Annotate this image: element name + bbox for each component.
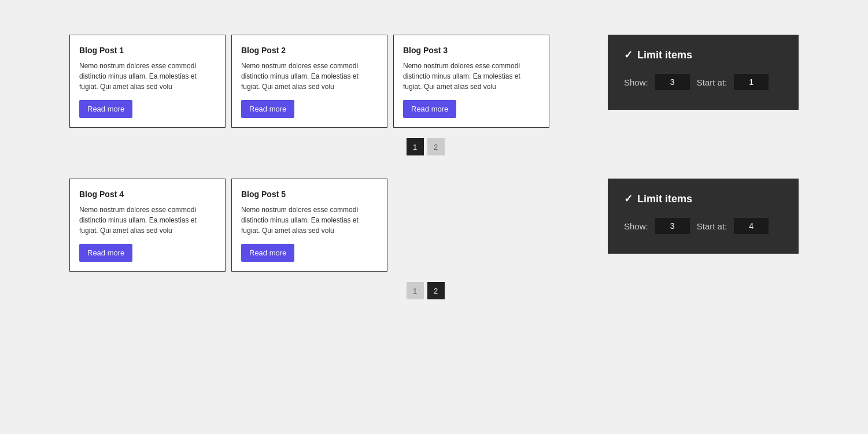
start-label-1: Start at: <box>697 77 727 87</box>
section-1: Blog Post 1 Nemo nostrum dolores esse co… <box>69 35 799 155</box>
read-more-button-1[interactable]: Read more <box>79 100 132 118</box>
blog-card-3-excerpt: Nemo nostrum dolores esse commodi distin… <box>403 61 540 92</box>
cards-area-2: Blog Post 4 Nemo nostrum dolores esse co… <box>69 179 573 272</box>
blog-card-5-title: Blog Post 5 <box>241 190 378 199</box>
blog-card-4: Blog Post 4 Nemo nostrum dolores esse co… <box>69 179 226 272</box>
blog-card-4-title: Blog Post 4 <box>79 190 216 199</box>
blog-card-5-excerpt: Nemo nostrum dolores esse commodi distin… <box>241 205 378 236</box>
blog-card-3: Blog Post 3 Nemo nostrum dolores esse co… <box>393 35 549 128</box>
start-label-2: Start at: <box>697 221 727 231</box>
read-more-button-2[interactable]: Read more <box>241 100 294 118</box>
sidebar-controls-1: Show: Start at: <box>624 74 782 90</box>
page-btn-2-1[interactable]: 1 <box>407 282 424 299</box>
sidebar-panel-2-title: ✓ Limit items <box>624 192 782 205</box>
read-more-button-5[interactable]: Read more <box>241 244 294 262</box>
sidebar-panel-1: ✓ Limit items Show: Start at: <box>608 35 799 110</box>
blog-card-2: Blog Post 2 Nemo nostrum dolores esse co… <box>231 35 387 128</box>
section-1-row: Blog Post 1 Nemo nostrum dolores esse co… <box>69 35 799 128</box>
blog-card-1: Blog Post 1 Nemo nostrum dolores esse co… <box>69 35 226 128</box>
sidebar-panel-2: ✓ Limit items Show: Start at: <box>608 179 799 254</box>
blog-card-1-title: Blog Post 1 <box>79 46 216 55</box>
start-input-1[interactable] <box>734 74 769 90</box>
blog-card-2-title: Blog Post 2 <box>241 46 378 55</box>
page-btn-2-2[interactable]: 2 <box>427 282 445 299</box>
pagination-1: 1 2 <box>52 138 799 155</box>
section-2: Blog Post 4 Nemo nostrum dolores esse co… <box>69 179 799 299</box>
page-wrapper: Blog Post 1 Nemo nostrum dolores esse co… <box>0 0 868 357</box>
show-label-2: Show: <box>624 221 648 231</box>
check-icon-1: ✓ <box>624 49 633 61</box>
show-label-1: Show: <box>624 77 648 87</box>
check-icon-2: ✓ <box>624 192 633 205</box>
section-2-row: Blog Post 4 Nemo nostrum dolores esse co… <box>69 179 799 272</box>
cards-area-1: Blog Post 1 Nemo nostrum dolores esse co… <box>69 35 573 128</box>
blog-card-3-title: Blog Post 3 <box>403 46 540 55</box>
sidebar-controls-2: Show: Start at: <box>624 218 782 234</box>
show-input-1[interactable] <box>655 74 690 90</box>
read-more-button-4[interactable]: Read more <box>79 244 132 262</box>
pagination-2: 1 2 <box>52 282 799 299</box>
blog-card-1-excerpt: Nemo nostrum dolores esse commodi distin… <box>79 61 216 92</box>
page-btn-1-1[interactable]: 1 <box>407 138 424 155</box>
sidebar-panel-1-title: ✓ Limit items <box>624 49 782 61</box>
blog-card-5: Blog Post 5 Nemo nostrum dolores esse co… <box>231 179 387 272</box>
blog-card-2-excerpt: Nemo nostrum dolores esse commodi distin… <box>241 61 378 92</box>
blog-card-4-excerpt: Nemo nostrum dolores esse commodi distin… <box>79 205 216 236</box>
page-btn-1-2[interactable]: 2 <box>427 138 445 155</box>
show-input-2[interactable] <box>655 218 690 234</box>
start-input-2[interactable] <box>734 218 769 234</box>
read-more-button-3[interactable]: Read more <box>403 100 456 118</box>
